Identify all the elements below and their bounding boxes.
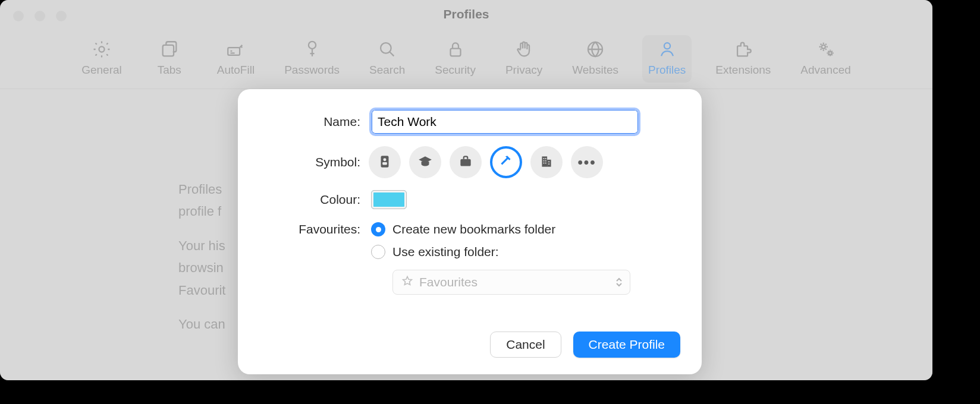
svg-rect-22 xyxy=(548,161,549,162)
favourites-radio-group: Create new bookmarks folder Use existing… xyxy=(371,222,630,295)
folder-select-value: Favourites xyxy=(419,275,478,289)
name-label: Name: xyxy=(259,115,360,129)
colour-picker[interactable] xyxy=(371,190,407,209)
svg-rect-21 xyxy=(545,162,546,163)
radio-label: Use existing folder: xyxy=(392,245,499,259)
hammer-icon xyxy=(498,154,514,171)
svg-point-11 xyxy=(384,158,387,161)
preferences-window: Profiles General Tabs AutoFill xyxy=(0,0,932,380)
svg-rect-10 xyxy=(381,156,389,168)
existing-folder-select[interactable]: Favourites xyxy=(392,270,630,295)
svg-rect-13 xyxy=(460,159,470,166)
svg-rect-17 xyxy=(545,158,546,159)
radio-create-new-folder[interactable] xyxy=(371,222,385,236)
symbol-id-card[interactable] xyxy=(369,146,401,178)
symbol-briefcase[interactable] xyxy=(450,146,482,178)
svg-rect-18 xyxy=(544,160,545,161)
graduation-cap-icon xyxy=(417,154,433,171)
id-card-icon xyxy=(377,154,392,171)
svg-rect-12 xyxy=(382,162,387,165)
svg-rect-23 xyxy=(548,163,549,165)
briefcase-icon xyxy=(458,154,473,171)
favourites-label: Favourites: xyxy=(259,221,360,236)
profile-name-input[interactable] xyxy=(371,109,639,134)
symbol-building[interactable] xyxy=(530,146,563,178)
symbol-picker: ••• xyxy=(369,146,603,178)
svg-rect-14 xyxy=(542,156,547,166)
create-profile-button[interactable]: Create Profile xyxy=(573,332,680,358)
symbol-graduation[interactable] xyxy=(409,146,441,178)
star-icon xyxy=(401,275,413,290)
create-profile-dialog: Name: Symbol: xyxy=(238,89,702,374)
radio-label: Create new bookmarks folder xyxy=(392,222,555,236)
chevron-updown-icon xyxy=(615,277,623,287)
dialog-buttons: Cancel Create Profile xyxy=(490,332,680,358)
cancel-button[interactable]: Cancel xyxy=(490,332,561,358)
svg-rect-16 xyxy=(544,158,545,159)
radio-use-existing-folder[interactable] xyxy=(371,245,385,259)
colour-label: Colour: xyxy=(259,192,360,207)
svg-rect-20 xyxy=(544,162,545,163)
symbol-label: Symbol: xyxy=(259,155,360,169)
svg-rect-15 xyxy=(547,159,551,166)
symbol-hammer[interactable] xyxy=(490,146,522,178)
building-icon xyxy=(539,154,554,171)
svg-rect-19 xyxy=(545,160,546,161)
ellipsis-icon: ••• xyxy=(577,154,596,171)
symbol-more[interactable]: ••• xyxy=(571,146,603,178)
